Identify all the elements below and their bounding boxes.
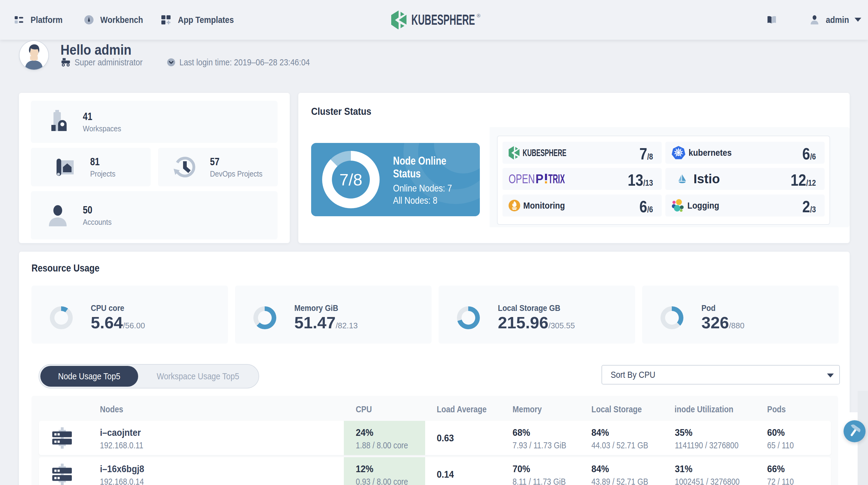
svg-text:®: ® — [477, 13, 480, 18]
svg-text:P: P — [535, 171, 544, 186]
svg-text:OPEN: OPEN — [508, 171, 535, 186]
svg-text:KUBESPHERE: KUBESPHERE — [411, 12, 475, 28]
svg-text:TRIX: TRIX — [548, 171, 565, 186]
